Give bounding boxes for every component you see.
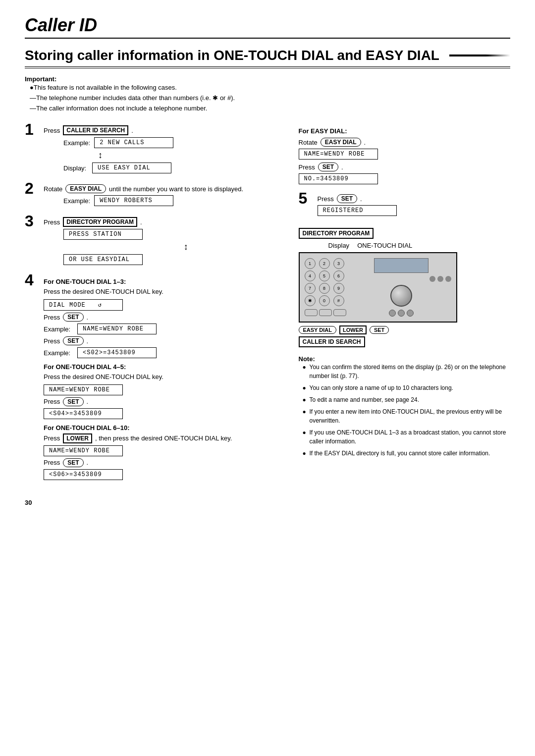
- small-btn-1[interactable]: [389, 310, 396, 317]
- small-btn-2[interactable]: [398, 310, 405, 317]
- key-1[interactable]: 1: [305, 258, 316, 269]
- key-hash[interactable]: #: [333, 295, 344, 306]
- key-4[interactable]: 4: [305, 270, 316, 281]
- step-2-example-display: WENDY ROBERTS: [94, 195, 173, 206]
- easy-dial-btn[interactable]: EASY DIAL: [321, 138, 361, 147]
- easy-dial-bottom-btn[interactable]: EASY DIAL: [299, 326, 336, 334]
- step-4-number: 4: [25, 272, 40, 288]
- step-4-set-btn1[interactable]: SET: [63, 313, 83, 322]
- key-0[interactable]: 0: [319, 295, 330, 306]
- step-4-period4: .: [87, 459, 89, 466]
- device-indicator-2: [437, 276, 443, 282]
- note-3-bullet: ●: [303, 395, 308, 404]
- step-4-sub-6-10-text2: , then press the desired ONE-TOUCH DIAL …: [95, 434, 232, 442]
- notes-section: Note: ● You can confirm the stored items…: [299, 355, 511, 458]
- easy-dial-press-text: Press: [299, 163, 315, 171]
- step-2-text: Rotate: [44, 185, 62, 193]
- step-4-set-btn3[interactable]: SET: [63, 397, 83, 406]
- key-3[interactable]: 3: [333, 258, 344, 269]
- easy-dial-set-btn[interactable]: SET: [318, 162, 338, 171]
- step-1: 1 Press CALLER ID SEARCH . Example: 2 NE…: [25, 123, 284, 175]
- step-4-period1: .: [87, 314, 89, 321]
- step-4-name-display1: NAME=WENDY ROBE: [44, 384, 123, 395]
- step-4-set-btn2[interactable]: SET: [63, 336, 83, 345]
- dir-prog-label: DIRECTORY PROGRAM: [299, 228, 374, 239]
- lower-bottom-btn[interactable]: LOWER: [339, 325, 367, 334]
- device-diagram-container: DIRECTORY PROGRAM Display ONE-TOUCH DIAL…: [299, 228, 511, 347]
- caller-id-search-label[interactable]: CALLER ID SEARCH: [299, 336, 365, 347]
- step-4-example1-display: NAME=WENDY ROBE: [77, 324, 157, 334]
- note-4: ● If you enter a new item into ONE-TOUCH…: [303, 407, 511, 425]
- set-bottom-btn[interactable]: SET: [370, 326, 389, 334]
- step-3-number: 3: [25, 213, 40, 229]
- step-5-set-btn[interactable]: SET: [337, 194, 357, 203]
- step-4-sub-1-3-text: Press the desired ONE-TOUCH DIAL key.: [44, 287, 284, 297]
- step-3-press-text: Press: [44, 218, 60, 226]
- step-3-dir-prog-btn[interactable]: DIRECTORY PROGRAM: [63, 217, 137, 227]
- step-1-number: 1: [25, 121, 40, 137]
- step-4-lower-btn[interactable]: LOWER: [63, 433, 92, 443]
- device-indicator-3: [445, 276, 451, 282]
- keypad-area: 1 2 3 4 5 6 7 8 9 ✱ 0 #: [305, 258, 346, 316]
- step-4: 4 For ONE-TOUCH DIAL 1–3: Press the desi…: [25, 274, 284, 482]
- important-block: Important: ●This feature is not availabl…: [25, 75, 510, 113]
- important-line-2: —The telephone number includes data othe…: [30, 93, 510, 104]
- step-4-press-text3: Press: [44, 398, 60, 405]
- step-4-example2-display: <S02>=3453809: [77, 347, 157, 358]
- step-4-sub-1-3-label: For ONE-TOUCH DIAL 1–3:: [44, 278, 284, 285]
- note-2: ● You can only store a name of up to 10 …: [303, 383, 511, 392]
- step-4-example-label1: Example:: [44, 325, 73, 333]
- section-title: Storing caller information in ONE-TOUCH …: [25, 48, 510, 68]
- right-easy-dial-section: For EASY DIAL: Rotate EASY DIAL . NAME=W…: [299, 127, 511, 184]
- btn-small-1[interactable]: [305, 309, 318, 316]
- key-8[interactable]: 8: [319, 283, 330, 294]
- step-5-registered-display: REGISTERED: [318, 205, 397, 216]
- step-1-caller-id-btn[interactable]: CALLER ID SEARCH: [63, 125, 128, 135]
- step-4-press-text2: Press: [44, 337, 60, 345]
- step-5: 5 Press SET . REGISTERED: [299, 192, 511, 218]
- step-1-example-label: Example:: [63, 139, 90, 147]
- btn-small-2[interactable]: [319, 309, 332, 316]
- step-1-display-value: USE EASY DIAL: [92, 162, 171, 173]
- step-4-sub-4-5-label: For ONE-TOUCH DIAL 4–5:: [44, 363, 284, 371]
- small-btn-3[interactable]: [407, 310, 414, 317]
- step-3-period: .: [140, 218, 142, 226]
- note-4-text: If you enter a new item into ONE-TOUCH D…: [310, 407, 511, 425]
- step-3: 3 Press DIRECTORY PROGRAM . PRESS STATIO…: [25, 215, 284, 267]
- one-touch-label: ONE-TOUCH DIAL: [357, 242, 412, 249]
- note-1-bullet: ●: [303, 363, 308, 380]
- device-indicator-1: [429, 276, 435, 282]
- important-line-3: —The caller information does not include…: [30, 104, 510, 114]
- step-2-example-label: Example:: [63, 197, 90, 205]
- note-3-text: To edit a name and number, see page 24.: [310, 395, 420, 404]
- note-5-bullet: ●: [303, 428, 308, 446]
- step-2: 2 Rotate EASY DIAL until the number you …: [25, 182, 284, 208]
- step-2-text2: until the number you want to store is di…: [109, 185, 243, 193]
- easy-dial-heading: For EASY DIAL:: [299, 127, 511, 135]
- important-line-1: ●This feature is not available in the fo…: [30, 83, 510, 93]
- easy-dial-rotate-text: Rotate: [299, 139, 318, 146]
- step-4-sub-6-10-text1: Press: [44, 434, 60, 442]
- key-star[interactable]: ✱: [305, 295, 316, 306]
- note-2-text: You can only store a name of up to 10 ch…: [310, 383, 453, 392]
- step-4-press-text1: Press: [44, 314, 60, 321]
- step-2-easy-dial-btn[interactable]: EASY DIAL: [65, 184, 106, 193]
- easy-dial-display: NAME=WENDY ROBE: [299, 149, 378, 160]
- btn-small-3[interactable]: [333, 309, 346, 316]
- step-4-period2: .: [87, 337, 89, 345]
- key-5[interactable]: 5: [319, 270, 330, 281]
- easy-dial-period2: .: [341, 163, 343, 171]
- note-5: ● If you use ONE-TOUCH DIAL 1–3 as a bro…: [303, 428, 511, 446]
- note-5-text: If you use ONE-TOUCH DIAL 1–3 as a broad…: [310, 428, 511, 446]
- step-4-set-btn4[interactable]: SET: [63, 458, 83, 467]
- key-7[interactable]: 7: [305, 283, 316, 294]
- step-4-dial-mode-display: DIAL MODE ↺: [44, 299, 123, 311]
- key-9[interactable]: 9: [333, 283, 344, 294]
- note-6-text: If the EASY DIAL directory is full, you …: [310, 449, 490, 458]
- step-4-s06-display: <S06>=3453809: [44, 469, 123, 480]
- page-title: Caller ID: [25, 15, 510, 39]
- key-2[interactable]: 2: [319, 258, 330, 269]
- key-6[interactable]: 6: [333, 270, 344, 281]
- note-1: ● You can confirm the stored items on th…: [303, 363, 511, 380]
- easy-dial-knob[interactable]: [390, 285, 412, 307]
